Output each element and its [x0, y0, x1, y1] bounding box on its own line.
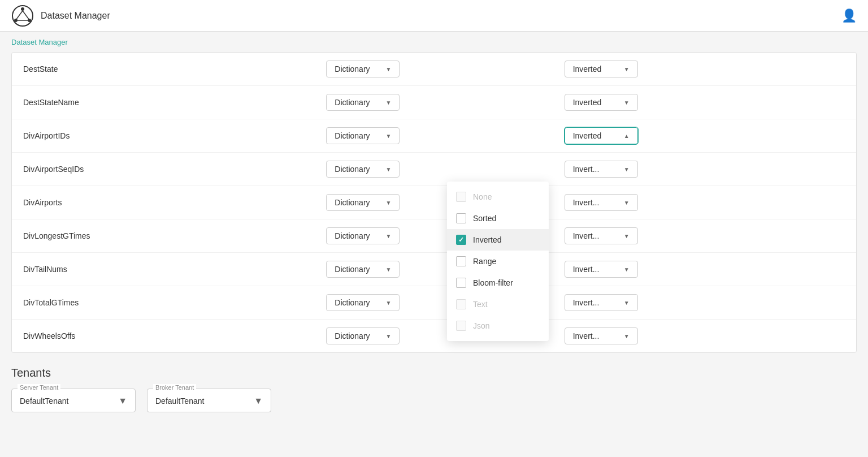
index-arrow-3: ▼ — [624, 166, 630, 173]
checkbox-inverted — [456, 235, 466, 245]
index-dropdown-5[interactable]: Invert... ▼ — [565, 227, 638, 244]
encoding-dropdown-6[interactable]: Dictionary ▼ — [326, 261, 400, 278]
index-dropdown-3[interactable]: Invert... ▼ — [565, 161, 638, 178]
tenants-section: Tenants Server Tenant DefaultTenant ▼ Br… — [11, 367, 857, 412]
table-row: DestState Dictionary ▼ Inverted ▼ — [12, 53, 856, 86]
main-content: DestState Dictionary ▼ Inverted ▼ DestSt… — [0, 52, 868, 424]
col-index-5: Invert... ▼ — [553, 219, 856, 253]
index-arrow-4: ▼ — [624, 200, 630, 206]
col-name-2: DivAirportIDs — [12, 119, 315, 153]
encoding-arrow-7: ▼ — [385, 300, 391, 306]
app-title: Dataset Manager — [41, 11, 110, 21]
broker-tenant-row: DefaultTenant ▼ — [155, 396, 263, 406]
encoding-dropdown-4[interactable]: Dictionary ▼ — [326, 194, 400, 211]
dropdown-item-label-5: Text — [473, 300, 488, 309]
broker-tenant-value: DefaultTenant — [155, 396, 204, 406]
encoding-dropdown-1[interactable]: Dictionary ▼ — [326, 94, 400, 111]
index-arrow-6: ▼ — [624, 266, 630, 273]
broker-tenant-field: Broker Tenant DefaultTenant ▼ — [147, 389, 271, 412]
col-index-2: Inverted ▲ — [553, 119, 856, 153]
col-name-3: DivAirportSeqIDs — [12, 153, 315, 186]
col-name-5: DivLongestGTimes — [12, 219, 315, 253]
encoding-arrow-5: ▼ — [385, 233, 391, 239]
broker-tenant-arrow[interactable]: ▼ — [254, 396, 263, 406]
table-row: DestStateName Dictionary ▼ Inverted ▼ — [12, 86, 856, 119]
table-row: DivTotalGTimes Dictionary ▼ Invert... ▼ — [12, 286, 856, 320]
encoding-arrow-1: ▼ — [385, 100, 391, 106]
index-dropdown-8[interactable]: Invert... ▼ — [565, 327, 638, 344]
user-icon[interactable]: 👤 — [841, 8, 857, 23]
dropdown-item-range[interactable]: Range — [447, 251, 549, 272]
index-dropdown-7[interactable]: Invert... ▼ — [565, 294, 638, 311]
checkbox-json — [456, 321, 466, 331]
index-dropdown-0[interactable]: Inverted ▼ — [565, 61, 638, 77]
dropdown-item-label-4: Bloom-filter — [473, 278, 513, 287]
dropdown-item-none[interactable]: None — [447, 186, 549, 208]
tenants-title: Tenants — [11, 367, 857, 380]
table-row: DivLongestGTimes Dictionary ▼ Invert... … — [12, 219, 856, 253]
dropdown-item-inverted[interactable]: Inverted — [447, 229, 549, 251]
encoding-dropdown-3[interactable]: Dictionary ▼ — [326, 161, 400, 178]
svg-point-3 — [28, 19, 31, 22]
col-index-6: Invert... ▼ — [553, 253, 856, 286]
col-index-3: Invert... ▼ — [553, 153, 856, 186]
col-name-1: DestStateName — [12, 86, 315, 119]
col-name-0: DestState — [12, 53, 315, 86]
breadcrumb-link[interactable]: Dataset Manager — [11, 38, 68, 46]
dropdown-item-label-0: None — [473, 192, 492, 201]
index-arrow-2: ▲ — [624, 133, 630, 139]
encoding-arrow-0: ▼ — [385, 66, 391, 72]
col-index-1: Inverted ▼ — [553, 86, 856, 119]
server-tenant-label: Server Tenant — [18, 384, 60, 391]
encoding-dropdown-5[interactable]: Dictionary ▼ — [326, 227, 400, 244]
col-encoding-0: Dictionary ▼ — [315, 53, 553, 86]
index-arrow-8: ▼ — [624, 333, 630, 339]
index-dropdown-1[interactable]: Inverted ▼ — [565, 94, 638, 111]
encoding-dropdown-2[interactable]: Dictionary ▼ — [326, 127, 400, 144]
header-left: Dataset Manager — [11, 5, 110, 27]
dropdown-item-sorted[interactable]: Sorted — [447, 208, 549, 229]
tenant-fields: Server Tenant DefaultTenant ▼ Broker Ten… — [11, 389, 857, 412]
dropdown-item-json[interactable]: Json — [447, 315, 549, 337]
dropdown-item-label-3: Range — [473, 257, 496, 266]
table-card: DestState Dictionary ▼ Inverted ▼ DestSt… — [11, 52, 857, 353]
table-row: DivTailNums Dictionary ▼ Invert... ▼ — [12, 253, 856, 286]
table-row: DivAirports Dictionary ▼ Invert... ▼ — [12, 186, 856, 219]
col-index-8: Invert... ▼ — [553, 320, 856, 353]
logo-icon — [11, 5, 34, 27]
table-row: DivAirportSeqIDs Dictionary ▼ Invert... … — [12, 153, 856, 186]
svg-point-1 — [21, 7, 24, 11]
dropdown-item-text[interactable]: Text — [447, 294, 549, 315]
checkbox-none — [456, 192, 466, 202]
svg-line-4 — [16, 11, 23, 19]
table-row: DivAirportIDs Dictionary ▼ Inverted ▲ — [12, 119, 856, 153]
col-name-8: DivWheelsOffs — [12, 320, 315, 353]
col-index-7: Invert... ▼ — [553, 286, 856, 320]
table-row: DivWheelsOffs Dictionary ▼ Invert... ▼ — [12, 320, 856, 353]
header: Dataset Manager 👤 — [0, 0, 868, 32]
col-encoding-3: Dictionary ▼ — [315, 153, 553, 186]
encoding-arrow-4: ▼ — [385, 200, 391, 206]
server-tenant-arrow[interactable]: ▼ — [118, 396, 127, 406]
col-name-4: DivAirports — [12, 186, 315, 219]
index-dropdown-6[interactable]: Invert... ▼ — [565, 261, 638, 278]
breadcrumb: Dataset Manager — [0, 32, 868, 52]
encoding-dropdown-8[interactable]: Dictionary ▼ — [326, 327, 400, 344]
svg-line-5 — [23, 11, 29, 19]
server-tenant-field: Server Tenant DefaultTenant ▼ — [11, 389, 136, 412]
encoding-dropdown-0[interactable]: Dictionary ▼ — [326, 61, 400, 77]
index-dropdown-menu: None Sorted Inverted Range Bloom-filter … — [447, 182, 549, 341]
col-encoding-1: Dictionary ▼ — [315, 86, 553, 119]
encoding-arrow-8: ▼ — [385, 333, 391, 339]
encoding-dropdown-7[interactable]: Dictionary ▼ — [326, 294, 400, 311]
dropdown-item-bloom-filter[interactable]: Bloom-filter — [447, 272, 549, 294]
encoding-arrow-6: ▼ — [385, 266, 391, 273]
dropdown-item-label-1: Sorted — [473, 214, 496, 223]
index-dropdown-4[interactable]: Invert... ▼ — [565, 194, 638, 211]
col-encoding-2: Dictionary ▼ — [315, 119, 553, 153]
dropdown-item-label-2: Inverted — [473, 235, 502, 244]
encoding-arrow-2: ▼ — [385, 133, 391, 139]
server-tenant-row: DefaultTenant ▼ — [20, 396, 127, 406]
checkbox-sorted — [456, 213, 466, 223]
index-dropdown-2[interactable]: Inverted ▲ — [565, 127, 638, 144]
